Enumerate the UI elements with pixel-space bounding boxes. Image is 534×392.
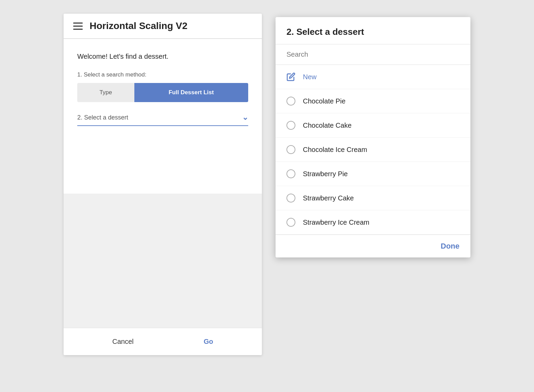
hamburger-menu-icon[interactable] (73, 23, 83, 30)
item-label: Strawberry Pie (303, 170, 348, 178)
radio-circle (286, 194, 295, 202)
footer-space (64, 194, 262, 328)
search-method-buttons: Type Full Dessert List (77, 83, 248, 102)
radio-circle (286, 169, 295, 178)
radio-circle (286, 145, 295, 154)
list-item[interactable]: Chocolate Ice Cream (276, 138, 470, 162)
left-actions: Cancel Go (64, 328, 262, 355)
radio-circle (286, 121, 295, 130)
list-item[interactable]: Chocolate Pie (276, 89, 470, 113)
dropdown-title: 2. Select a dessert (276, 17, 470, 44)
item-label: Strawberry Cake (303, 194, 354, 202)
item-label: Chocolate Pie (303, 97, 346, 105)
app-title: Horizontal Scaling V2 (90, 20, 187, 31)
search-field-container (276, 44, 470, 65)
step2-label: 2. Select a dessert (77, 114, 128, 121)
new-item[interactable]: New (276, 65, 470, 89)
list-item[interactable]: Strawberry Pie (276, 162, 470, 186)
list-item[interactable]: Strawberry Ice Cream (276, 210, 470, 235)
full-dessert-list-button[interactable]: Full Dessert List (134, 83, 248, 102)
list-item[interactable]: Chocolate Cake (276, 113, 470, 138)
chevron-down-icon: ⌄ (242, 113, 248, 122)
dropdown-list: New Chocolate Pie Chocolate Cake Chocola… (276, 65, 470, 235)
edit-new-icon (286, 72, 295, 81)
welcome-message: Welcome! Let's find a dessert. (77, 53, 248, 60)
new-item-label: New (303, 73, 317, 81)
app-header: Horizontal Scaling V2 (64, 14, 262, 39)
item-label: Strawberry Ice Cream (303, 219, 370, 226)
left-panel: Horizontal Scaling V2 Welcome! Let's fin… (64, 14, 262, 355)
dropdown-footer: Done (276, 235, 470, 257)
item-label: Chocolate Ice Cream (303, 146, 367, 154)
list-item[interactable]: Strawberry Cake (276, 186, 470, 210)
done-button[interactable]: Done (441, 242, 459, 251)
radio-circle (286, 218, 295, 227)
cancel-button[interactable]: Cancel (112, 338, 133, 346)
item-label: Chocolate Cake (303, 122, 351, 129)
step1-label: 1. Select a search method: (77, 71, 248, 78)
radio-circle (286, 97, 295, 106)
select-dessert-field[interactable]: 2. Select a dessert ⌄ (77, 113, 248, 126)
type-button[interactable]: Type (77, 83, 134, 102)
search-method-section: 1. Select a search method: Type Full Des… (77, 71, 248, 102)
search-input[interactable] (286, 51, 459, 58)
dessert-dropdown-panel: 2. Select a dessert New Chocolate Pie Ch… (276, 17, 470, 257)
left-content: Welcome! Let's find a dessert. 1. Select… (64, 39, 262, 194)
go-button[interactable]: Go (204, 338, 213, 346)
